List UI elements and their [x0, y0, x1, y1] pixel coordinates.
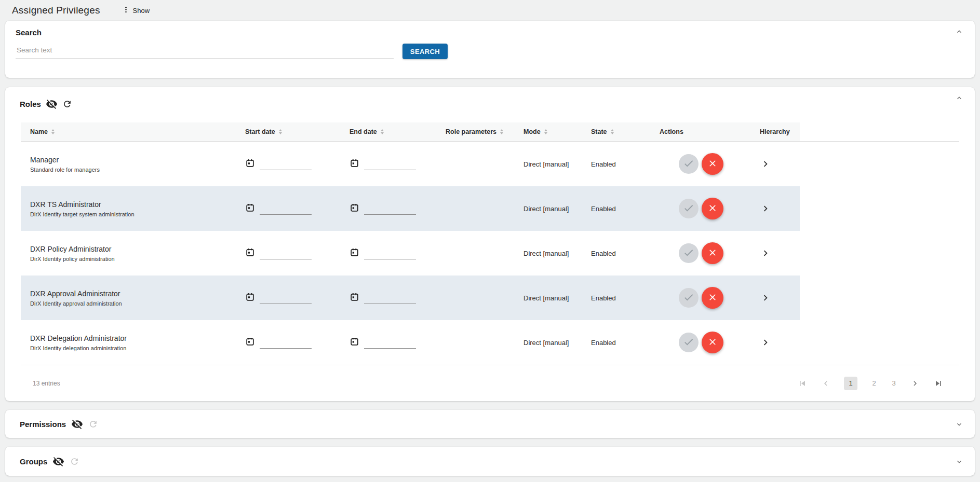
refresh-icon[interactable] [70, 457, 79, 466]
calendar-icon[interactable] [245, 292, 255, 304]
calendar-icon[interactable] [350, 247, 359, 259]
calendar-icon[interactable] [350, 337, 359, 349]
column-header-state[interactable]: State [581, 128, 649, 135]
chevron-down-icon[interactable] [955, 458, 963, 466]
table-row: DXR Policy Administrator DirX Identity p… [21, 231, 800, 276]
chevron-up-icon[interactable] [955, 94, 963, 102]
end-date-input[interactable] [364, 295, 416, 304]
permissions-panel: Permissions [5, 410, 975, 438]
calendar-icon[interactable] [350, 158, 359, 170]
table-row: DXR TS Administrator DirX Identity targe… [21, 186, 800, 231]
start-date-input[interactable] [260, 161, 312, 170]
state-cell: Enabled [581, 160, 649, 168]
last-page-icon[interactable] [933, 378, 944, 389]
state-cell: Enabled [581, 205, 649, 213]
role-name: DXR Approval Administrator [30, 290, 232, 298]
remove-button[interactable] [702, 153, 723, 175]
chevron-right-icon[interactable] [760, 158, 771, 170]
chevron-right-icon[interactable] [760, 247, 771, 259]
start-date-cell [232, 158, 335, 170]
calendar-icon[interactable] [350, 203, 359, 215]
column-header-end-date[interactable]: End date [335, 128, 436, 135]
show-menu-button[interactable]: Show [122, 5, 150, 16]
sort-icon [611, 129, 614, 134]
search-row: SEARCH [16, 43, 962, 59]
chevron-up-icon[interactable] [955, 27, 963, 36]
page-button-3[interactable]: 3 [891, 379, 897, 387]
entries-count: 13 entries [33, 380, 60, 387]
actions-cell [649, 198, 724, 219]
calendar-icon[interactable] [245, 247, 255, 259]
roles-panel: Roles Name Start date End date [5, 87, 975, 401]
next-page-icon[interactable] [910, 379, 920, 388]
eye-off-icon[interactable] [52, 456, 64, 467]
start-date-input[interactable] [260, 250, 312, 259]
column-header-hierarchy: Hierarchy [724, 128, 800, 135]
check-icon [683, 336, 694, 349]
role-name: Manager [30, 156, 232, 164]
approve-button[interactable] [679, 154, 699, 174]
remove-button[interactable] [702, 198, 723, 219]
permissions-panel-title: Permissions [20, 420, 66, 429]
mode-cell: Direct [manual] [514, 294, 581, 302]
actions-cell [649, 287, 724, 309]
pagination: 1 2 3 [797, 377, 957, 390]
approve-button[interactable] [679, 288, 699, 308]
search-button[interactable]: SEARCH [402, 44, 448, 59]
start-date-input[interactable] [260, 339, 312, 349]
remove-button[interactable] [702, 242, 723, 264]
page-button-1[interactable]: 1 [844, 377, 857, 390]
x-icon [707, 203, 718, 215]
calendar-icon[interactable] [245, 337, 255, 349]
refresh-icon[interactable] [62, 99, 72, 109]
refresh-icon[interactable] [88, 419, 98, 429]
roles-table: Name Start date End date Role parameters… [21, 122, 959, 401]
actions-cell [649, 242, 724, 264]
remove-button[interactable] [702, 287, 723, 309]
table-row: DXR Delegation Administrator DirX Identi… [21, 320, 800, 365]
approve-button[interactable] [679, 243, 699, 263]
end-date-input[interactable] [364, 161, 416, 170]
hierarchy-cell [724, 337, 800, 348]
column-header-name[interactable]: Name [21, 128, 232, 135]
calendar-icon[interactable] [350, 292, 359, 304]
hierarchy-cell [724, 203, 800, 214]
roles-section-header: Roles [5, 95, 975, 112]
eye-off-icon[interactable] [71, 418, 83, 430]
approve-button[interactable] [679, 333, 699, 352]
calendar-icon[interactable] [245, 158, 255, 170]
search-input[interactable] [16, 43, 394, 59]
role-name-cell: Manager Standard role for managers [21, 156, 232, 173]
eye-off-icon[interactable] [46, 98, 58, 110]
end-date-input[interactable] [364, 339, 416, 349]
chevron-right-icon[interactable] [760, 292, 771, 304]
groups-panel-title: Groups [20, 457, 47, 466]
first-page-icon[interactable] [797, 378, 808, 389]
column-header-role-parameters[interactable]: Role parameters [436, 128, 514, 135]
table-footer: 13 entries 1 2 3 [21, 365, 959, 401]
chevron-right-icon[interactable] [760, 203, 771, 214]
x-icon [707, 292, 718, 304]
mode-cell: Direct [manual] [514, 205, 581, 213]
page-button-2[interactable]: 2 [871, 379, 877, 387]
role-name: DXR Policy Administrator [30, 245, 232, 253]
chevron-right-icon[interactable] [760, 337, 771, 348]
start-date-input[interactable] [260, 295, 312, 304]
chevron-down-icon[interactable] [955, 420, 963, 429]
column-header-mode[interactable]: Mode [514, 128, 581, 135]
previous-page-icon[interactable] [821, 379, 830, 388]
role-description: DirX Identity target system administrati… [30, 211, 232, 217]
approve-button[interactable] [679, 199, 699, 218]
start-date-input[interactable] [260, 205, 312, 215]
end-date-input[interactable] [364, 205, 416, 215]
end-date-input[interactable] [364, 250, 416, 259]
x-icon [707, 247, 718, 259]
calendar-icon[interactable] [245, 203, 255, 215]
column-header-start-date[interactable]: Start date [232, 128, 335, 135]
role-name: DXR Delegation Administrator [30, 334, 232, 342]
remove-button[interactable] [702, 332, 723, 353]
groups-panel: Groups [5, 447, 975, 476]
state-cell: Enabled [581, 294, 649, 302]
role-name-cell: DXR TS Administrator DirX Identity targe… [21, 200, 232, 217]
start-date-cell [232, 337, 335, 349]
